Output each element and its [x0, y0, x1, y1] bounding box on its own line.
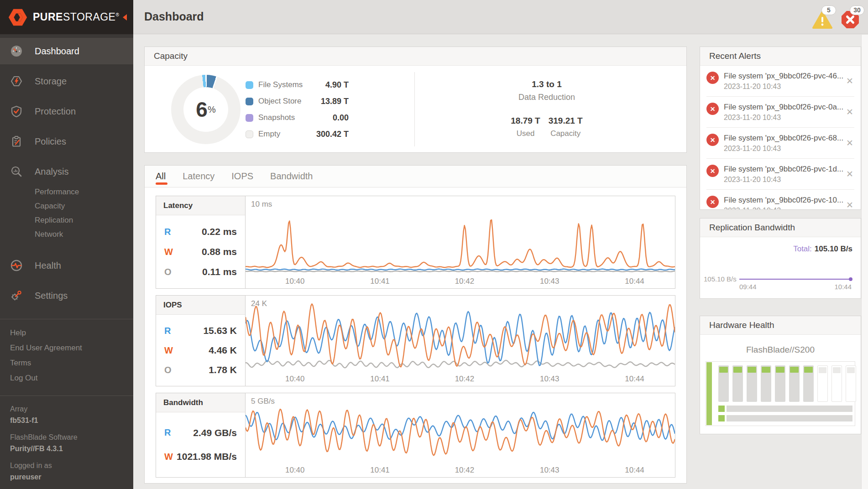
- array-name: fb531-f1: [10, 415, 133, 427]
- blade-slot-populated[interactable]: [789, 365, 800, 402]
- blade-slot-empty[interactable]: [831, 365, 842, 402]
- fabric-module-row: [718, 406, 852, 412]
- dismiss-alert-icon[interactable]: ✕: [846, 170, 853, 178]
- logo: PURESTORAGE®: [0, 0, 133, 34]
- write-value: 4.46 K: [209, 345, 237, 356]
- tab-all[interactable]: All: [156, 166, 166, 187]
- bandwidth-title: Bandwidth: [156, 393, 245, 412]
- warning-alerts-button[interactable]: 5: [812, 5, 833, 29]
- sidebar: PURESTORAGE® Dashboard Storage: [0, 0, 133, 489]
- latency-title: Latency: [156, 196, 245, 215]
- latency-read-metric: R 0.22 ms: [164, 226, 237, 237]
- blade-slot-populated[interactable]: [761, 365, 771, 402]
- blade-status-cap: [804, 367, 813, 373]
- logout-link[interactable]: Log Out: [10, 370, 133, 385]
- svg-text:10:43: 10:43: [540, 466, 559, 474]
- other-value: 1.78 K: [209, 364, 237, 375]
- chassis-diagram[interactable]: [706, 361, 855, 426]
- legend-value: 300.42 T: [316, 130, 349, 139]
- svg-text:10:42: 10:42: [455, 277, 475, 286]
- blade-slot-populated[interactable]: [747, 365, 757, 402]
- write-value: 1021.98 MB/s: [177, 451, 237, 462]
- blade-slot-populated[interactable]: [732, 365, 743, 402]
- legend-value: 4.90 T: [325, 80, 349, 90]
- replication-total-value: 105.10 B/s: [815, 244, 852, 253]
- blade-slots: [718, 365, 856, 402]
- tab-bandwidth[interactable]: Bandwidth: [270, 166, 313, 187]
- write-value: 0.88 ms: [202, 246, 237, 257]
- alert-timestamp: 2023-11-20 10:43: [724, 207, 843, 210]
- sidebar-item-dashboard[interactable]: Dashboard: [0, 38, 133, 64]
- iops-line-chart[interactable]: 24 K 10:4010:4110:4210:4310:44: [246, 296, 675, 386]
- alert-message: File system 'px_9bbc0f26-pvc-0a...: [724, 102, 843, 112]
- dismiss-alert-icon[interactable]: ✕: [846, 139, 853, 147]
- logo-light: STORAGE: [63, 11, 116, 23]
- latency-stats: Latency R 0.22 ms W 0.88 ms O 0.11 ms: [156, 196, 246, 288]
- sidebar-collapse-icon[interactable]: [123, 14, 127, 21]
- critical-count-badge: 30: [850, 5, 864, 15]
- software-version: Purity//FB 4.3.1: [10, 443, 133, 455]
- blade-slot-populated[interactable]: [718, 365, 729, 402]
- end-user-agreement-link[interactable]: End User Agreement: [10, 340, 133, 355]
- alert-item[interactable]: ✕ File system 'px_9bbc0f26-pvc-0a... 202…: [706, 97, 854, 128]
- blade-slot-populated[interactable]: [775, 365, 785, 402]
- blade-status-cap: [719, 367, 728, 373]
- sidebar-item-policies[interactable]: Policies: [0, 128, 133, 155]
- sidebar-item-health[interactable]: Health: [0, 252, 133, 279]
- svg-text:10:44: 10:44: [625, 277, 644, 286]
- dismiss-alert-icon[interactable]: ✕: [846, 108, 853, 116]
- latency-line-chart[interactable]: 10 ms 10:4010:4110:4210:4310:44: [246, 196, 675, 288]
- legend-label: Snapshots: [258, 113, 333, 122]
- replication-chart[interactable]: Total:105.10 B/s 105.10 B/s 09:44 10:44: [700, 237, 861, 298]
- blade-slot-populated[interactable]: [803, 365, 814, 402]
- module-status-led: [718, 415, 725, 421]
- legend-value: 0.00: [333, 113, 349, 123]
- recent-alerts-title: Recent Alerts: [700, 47, 861, 66]
- alert-timestamp: 2023-11-20 10:43: [724, 114, 843, 122]
- warning-count-badge: 5: [821, 5, 836, 15]
- sidebar-subitem-performance[interactable]: Performance: [35, 185, 133, 199]
- replication-line: [739, 279, 852, 280]
- capacity-donut-chart[interactable]: 6%: [171, 75, 241, 144]
- tab-latency[interactable]: Latency: [183, 166, 214, 187]
- recent-alerts-panel: Recent Alerts ✕ File system 'px_9bbc0f26…: [700, 47, 861, 210]
- bandwidth-write-metric: W 1021.98 MB/s: [164, 451, 237, 462]
- sidebar-subitem-capacity[interactable]: Capacity: [35, 199, 133, 213]
- bandwidth-line-chart[interactable]: 5 GB/s 10:4010:4110:4210:4310:44: [246, 393, 675, 477]
- read-value: 15.63 K: [203, 325, 237, 336]
- sidebar-item-label: Dashboard: [35, 46, 79, 57]
- alert-list: ✕ File system 'px_9bbc0f26-pvc-46... 202…: [700, 66, 861, 210]
- alert-item[interactable]: ✕ File system 'px_9bbc0f26-pvc-46... 202…: [706, 66, 854, 97]
- blade-slot-empty[interactable]: [817, 365, 828, 402]
- help-link[interactable]: Help: [10, 325, 133, 340]
- performance-panel: All Latency IOPS Bandwidth Latency R 0.2…: [144, 165, 687, 484]
- alert-item[interactable]: ✕ File system 'px_9bbc0f26-pvc-1d... 202…: [706, 159, 854, 190]
- sidebar-item-protection[interactable]: Protection: [0, 98, 133, 125]
- legend-label: Empty: [258, 130, 316, 139]
- alert-timestamp: 2023-11-20 10:43: [724, 145, 843, 153]
- storage-icon: [10, 75, 23, 88]
- alert-item[interactable]: ✕ File system 'px_9bbc0f26-pvc-68... 202…: [706, 128, 854, 159]
- blade-slot-empty[interactable]: [846, 365, 856, 402]
- alert-item[interactable]: ✕ File system 'px_9bbc0f26-pvc-10... 202…: [706, 190, 854, 210]
- blade-status-cap: [833, 367, 841, 373]
- dismiss-alert-icon[interactable]: ✕: [846, 77, 853, 85]
- dismiss-alert-icon[interactable]: ✕: [846, 201, 853, 209]
- scrollbar-track[interactable]: [861, 35, 868, 489]
- critical-alerts-button[interactable]: 30: [841, 5, 862, 29]
- sidebar-item-settings[interactable]: Settings: [0, 282, 133, 309]
- sidebar-subitem-replication[interactable]: Replication: [35, 213, 133, 227]
- data-reduction-ratio: 1.3 to 1: [414, 79, 679, 89]
- sidebar-item-label: Health: [35, 260, 61, 271]
- fabric-module-row: [718, 415, 852, 421]
- replication-x-start: 09:44: [739, 283, 757, 291]
- sidebar-subitem-network[interactable]: Network: [35, 227, 133, 241]
- terms-link[interactable]: Terms: [10, 355, 133, 370]
- alert-timestamp: 2023-11-20 10:43: [724, 83, 843, 91]
- critical-alert-icon: ✕: [706, 103, 719, 115]
- tab-iops[interactable]: IOPS: [231, 166, 253, 187]
- svg-text:10:42: 10:42: [455, 375, 475, 383]
- bandwidth-y-axis-label: 5 GB/s: [251, 397, 275, 406]
- sidebar-item-analysis[interactable]: Analysis: [0, 158, 133, 185]
- sidebar-item-storage[interactable]: Storage: [0, 68, 133, 94]
